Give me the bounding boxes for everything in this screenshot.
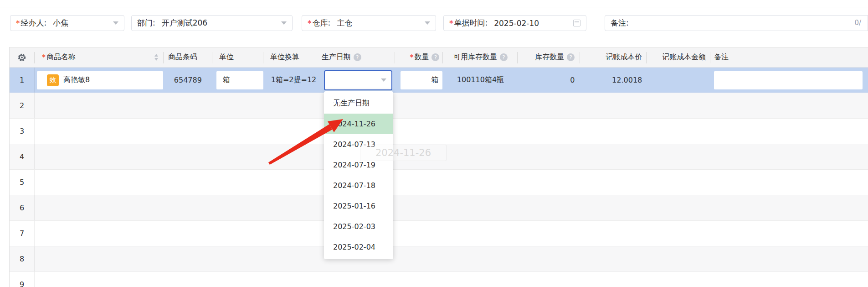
production-date-dropdown: 无生产日期 2024-11-26 2024-07-13 2024-07-19 2… bbox=[324, 91, 393, 259]
header-label: 可用库存数量 bbox=[453, 52, 497, 62]
required-mark: * bbox=[410, 53, 413, 62]
header-label: 记账成本金额 bbox=[662, 52, 706, 62]
char-counter: 0/ bbox=[854, 19, 861, 27]
required-mark: * bbox=[449, 19, 453, 28]
chevron-down-icon bbox=[113, 21, 118, 25]
dropdown-option[interactable]: 2025-02-03 bbox=[324, 216, 393, 237]
dropdown-option-selected[interactable]: 2024-11-26 bbox=[324, 114, 393, 134]
row-remark-cell bbox=[710, 68, 868, 93]
row-number: 5 bbox=[10, 170, 35, 195]
header-barcode: 商品条码 bbox=[164, 47, 212, 67]
dropdown-option[interactable]: 2025-02-04 bbox=[324, 237, 393, 257]
quantity-cell: 箱 bbox=[395, 68, 443, 93]
header-stock: 库存数量 ? bbox=[518, 47, 580, 67]
cost-amount-cell bbox=[647, 68, 710, 93]
dropdown-option-no-date[interactable]: 无生产日期 bbox=[324, 93, 393, 114]
dropdown-option[interactable]: 2025-01-16 bbox=[324, 196, 393, 216]
empty-row-area bbox=[35, 246, 868, 271]
header-available-stock: 可用库存数量 ? bbox=[443, 47, 518, 67]
quantity-input[interactable]: 箱 bbox=[401, 71, 442, 89]
empty-row-area bbox=[35, 119, 868, 144]
column-settings-button[interactable] bbox=[10, 47, 35, 67]
table-row-7[interactable]: 7 bbox=[10, 221, 868, 246]
sort-icon[interactable] bbox=[154, 54, 158, 61]
row-number: 7 bbox=[10, 221, 35, 246]
row-number: 8 bbox=[10, 246, 35, 271]
table-header-row: * 商品名称 商品条码 单位 单位换算 生产日期 ? * 数量 ? bbox=[10, 47, 868, 68]
chevron-down-icon bbox=[281, 21, 287, 25]
quantity-unit-suffix: 箱 bbox=[431, 75, 439, 85]
gear-icon bbox=[17, 53, 26, 62]
table-row-2[interactable]: 2 bbox=[10, 93, 868, 119]
empty-row-area bbox=[35, 221, 868, 246]
table-row-1[interactable]: 1 效 高艳敏8 654789 箱 1箱=2提=12瓶 bbox=[10, 68, 868, 93]
stock-entry-page: * 经办人: 小焦 部门: 开户测试206 * 仓库: 主仓 * 单据时间: 2… bbox=[0, 0, 868, 287]
table-row-5[interactable]: 5 bbox=[10, 170, 868, 195]
chevron-down-icon bbox=[381, 78, 386, 82]
production-date-select[interactable] bbox=[324, 70, 392, 90]
header-production-date: 生产日期 ? bbox=[316, 47, 395, 67]
header-label: 库存数量 bbox=[535, 52, 564, 62]
row-number: 4 bbox=[10, 144, 35, 169]
items-table: * 商品名称 商品条码 单位 单位换算 生产日期 ? * 数量 ? bbox=[9, 47, 868, 287]
header-remark: 备注 bbox=[710, 47, 868, 67]
production-date-cell bbox=[316, 68, 395, 93]
table-row-9[interactable]: 9 bbox=[10, 272, 868, 287]
doc-date-value: 2025-02-10 bbox=[494, 19, 539, 28]
department-select[interactable]: 部门: 开户测试206 bbox=[131, 15, 293, 31]
empty-row-area bbox=[35, 170, 868, 195]
table-row-8[interactable]: 8 bbox=[10, 246, 868, 272]
drag-ghost-label: 2024-11-26 bbox=[360, 145, 447, 161]
dropdown-option[interactable]: 2024-07-18 bbox=[324, 175, 393, 196]
remark-input[interactable]: 备注: 0/ bbox=[605, 15, 868, 31]
empty-row-area bbox=[35, 195, 868, 220]
row-number: 3 bbox=[10, 119, 35, 144]
header-label: 单位换算 bbox=[270, 52, 299, 62]
product-name-input[interactable]: 效 高艳敏8 bbox=[37, 71, 163, 89]
available-stock-cell: 100110箱4瓶 bbox=[443, 68, 518, 93]
department-value: 开户测试206 bbox=[162, 18, 207, 28]
header-cost-amount: 记账成本金额 bbox=[647, 47, 710, 67]
header-label: 生产日期 bbox=[322, 52, 351, 62]
help-icon[interactable]: ? bbox=[500, 53, 508, 61]
header-product-name[interactable]: * 商品名称 bbox=[35, 47, 164, 67]
doc-date-label: 单据时间: bbox=[454, 18, 488, 28]
row-number: 2 bbox=[10, 93, 35, 118]
header-unit: 单位 bbox=[212, 47, 263, 67]
barcode-cell: 654789 bbox=[164, 68, 212, 93]
chevron-down-icon bbox=[425, 21, 430, 25]
remark-label: 备注: bbox=[611, 18, 629, 28]
row-number: 9 bbox=[10, 272, 35, 287]
table-row-3[interactable]: 3 bbox=[10, 119, 868, 144]
operator-select[interactable]: * 经办人: 小焦 bbox=[10, 15, 124, 31]
row-number: 1 bbox=[10, 68, 35, 93]
doc-date-picker[interactable]: * 单据时间: 2025-02-10 bbox=[443, 15, 586, 31]
header-unit-conversion: 单位换算 bbox=[263, 47, 316, 67]
operator-label: 经办人: bbox=[21, 18, 47, 28]
required-mark: * bbox=[16, 19, 20, 28]
warehouse-select[interactable]: * 仓库: 主仓 bbox=[302, 15, 436, 31]
header-cost-price: 记账成本价 bbox=[580, 47, 647, 67]
cost-price-cell: 12.0018 bbox=[580, 68, 647, 93]
unit-input[interactable]: 箱 bbox=[216, 71, 263, 89]
header-label: 数量 bbox=[414, 52, 429, 62]
required-mark: * bbox=[308, 19, 312, 28]
help-icon[interactable]: ? bbox=[354, 53, 361, 61]
calendar-icon bbox=[573, 20, 580, 26]
table-row-6[interactable]: 6 bbox=[10, 195, 868, 221]
department-label: 部门: bbox=[137, 18, 155, 28]
warehouse-value: 主仓 bbox=[337, 18, 352, 28]
header-label: 商品条码 bbox=[168, 52, 197, 62]
help-icon[interactable]: ? bbox=[567, 53, 575, 61]
unit-conversion-cell: 1箱=2提=12瓶 bbox=[263, 68, 316, 93]
help-icon[interactable]: ? bbox=[431, 53, 439, 61]
unit-cell: 箱 bbox=[212, 68, 263, 93]
row-remark-input[interactable] bbox=[714, 71, 863, 89]
warehouse-label: 仓库: bbox=[313, 18, 331, 28]
unit-value: 箱 bbox=[223, 75, 230, 85]
empty-row-area bbox=[35, 144, 868, 169]
product-name-value: 高艳敏8 bbox=[63, 75, 90, 85]
header-label: 备注 bbox=[714, 52, 729, 62]
top-divider bbox=[0, 0, 868, 7]
header-label: 记账成本价 bbox=[606, 52, 642, 62]
